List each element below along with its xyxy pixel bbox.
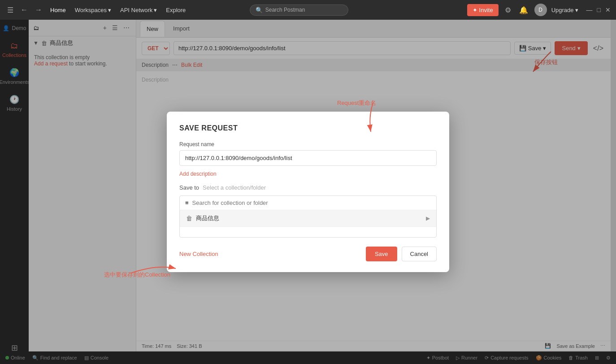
back-icon[interactable]: ←	[19, 4, 30, 16]
close-button[interactable]: ✕	[605, 6, 611, 13]
collection-search-box: ≡ 🗑 商品信息 ▶	[179, 195, 437, 238]
top-nav: ☰ ← → Home Workspaces ▾ API Network ▾ Ex…	[0, 0, 616, 20]
overlay[interactable]: SAVE REQUEST Request name Add descriptio…	[0, 20, 616, 364]
avatar[interactable]: D	[534, 4, 547, 16]
bell-icon[interactable]: 🔔	[517, 4, 530, 16]
dialog-cancel-button[interactable]: Cancel	[402, 247, 437, 261]
maximize-button[interactable]: □	[597, 6, 601, 13]
collection-list-arrow: ▶	[426, 215, 430, 221]
save-request-dialog: SAVE REQUEST Request name Add descriptio…	[167, 112, 449, 272]
menu-icon[interactable]: ☰	[5, 4, 15, 16]
footer-buttons: Save Cancel	[366, 247, 437, 261]
nav-right: ✦ Invite ⚙ 🔔 D Upgrade ▾ — □ ✕	[467, 4, 611, 16]
nav-api-network[interactable]: API Network ▾	[117, 5, 160, 15]
collection-search-input[interactable]	[192, 199, 431, 206]
nav-home[interactable]: Home	[48, 5, 69, 15]
collection-list: 🗑 商品信息 ▶	[180, 210, 436, 237]
dialog-save-button[interactable]: Save	[366, 247, 397, 261]
annotation-rename: Request重命名	[337, 99, 376, 107]
collection-list-item[interactable]: 🗑 商品信息 ▶	[180, 210, 436, 227]
collection-search-header: ≡	[180, 196, 436, 210]
search-icon: 🔍	[256, 7, 263, 13]
dialog-title: SAVE REQUEST	[179, 124, 437, 132]
request-name-input[interactable]	[179, 150, 437, 166]
new-collection-link[interactable]: New Collection	[179, 251, 218, 257]
upgrade-button[interactable]: Upgrade ▾	[551, 7, 578, 13]
annotation-select-collection: 选中要保存到的Collection	[104, 271, 170, 279]
nav-explore[interactable]: Explore	[163, 5, 188, 15]
dialog-footer: New Collection Save Cancel	[179, 247, 437, 261]
window-controls: — □ ✕	[586, 6, 611, 13]
minimize-button[interactable]: —	[586, 6, 593, 13]
annotation-arrow-rename	[364, 103, 391, 139]
invite-button[interactable]: ✦ Invite	[467, 4, 499, 16]
request-name-label: Request name	[179, 141, 437, 147]
save-to-row: Save to Select a collection/folder	[179, 184, 437, 191]
settings-icon[interactable]: ⚙	[503, 4, 513, 16]
filter-icon: ≡	[185, 199, 189, 206]
forward-icon[interactable]: →	[33, 4, 44, 16]
search-bar[interactable]: 🔍 Search Postman	[250, 4, 348, 16]
add-description-link[interactable]: Add description	[179, 171, 217, 177]
nav-workspaces[interactable]: Workspaces ▾	[72, 5, 114, 15]
collection-list-icon: 🗑	[186, 215, 192, 222]
collection-list-name: 商品信息	[196, 214, 426, 222]
